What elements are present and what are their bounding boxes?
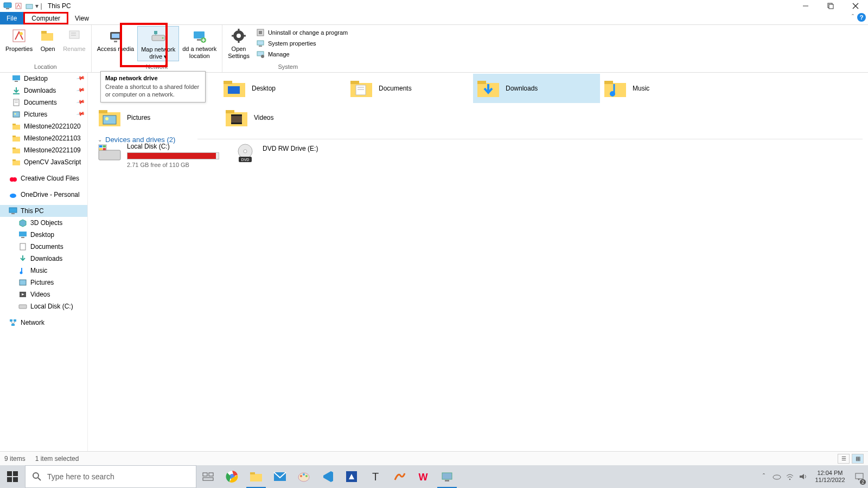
taskbar-app-blue-square[interactable] [340,465,363,488]
tray-overflow-icon[interactable]: ˆ [757,465,770,488]
folder-videos[interactable]: Videos [221,103,348,132]
taskbar-mail[interactable] [268,465,292,488]
sidebar-item-desktop[interactable]: Desktop📌 [0,73,87,85]
folder-pictures[interactable]: Pictures [94,103,221,132]
tray-clock[interactable]: 12:04 PM 11/12/2022 [809,470,851,483]
taskbar-app-selected[interactable] [435,465,459,488]
pictures-icon [12,110,21,119]
drive-dvd-rw[interactable]: DVD DVD RW Drive (E:) [233,143,358,168]
svg-rect-63 [21,237,24,238]
sidebar-item-opencv[interactable]: OpenCV JavaScript [0,156,87,168]
folder-documents[interactable]: Documents [346,74,473,103]
videos-icon [18,290,27,299]
nav-tree[interactable]: Desktop📌 Downloads📌 Documents📌 Pictures📌… [0,73,88,451]
sidebar-item-documents2[interactable]: Documents [0,241,87,253]
close-button[interactable] [843,0,868,12]
drive-local-disk-c[interactable]: Local Disk (C:) 2.71 GB free of 110 GB [98,143,222,168]
system-properties-button[interactable]: System properties [256,39,348,48]
music-icon [18,266,27,275]
manage-icon [256,50,265,59]
open-button[interactable]: Open [36,26,60,54]
tab-file[interactable]: File [0,12,23,24]
sidebar-item-milestone3[interactable]: Milestone20221109 [0,144,87,156]
sidebar-item-milestone2[interactable]: Milestone20221103 [0,132,87,144]
taskbar-matlab[interactable] [387,465,411,488]
sidebar-item-downloads[interactable]: Downloads📌 [0,85,87,97]
svg-rect-89 [99,110,107,113]
qat-dropdown-icon[interactable]: ▾ [35,2,39,10]
qat-new-folder-icon[interactable] [25,2,34,10]
svg-point-122 [300,475,302,477]
sidebar-item-desktop2[interactable]: Desktop [0,229,87,241]
access-media-button[interactable]: Access media [94,26,137,54]
view-details-button[interactable]: ☰ [838,454,850,464]
view-tiles-button[interactable]: ▦ [852,454,864,464]
content-pane[interactable]: Desktop Documents Downloads Music Pictur… [88,73,868,451]
taskbar-search[interactable]: Type here to search [25,465,196,488]
properties-button[interactable]: Properties [2,26,36,54]
help-icon[interactable]: ? [857,13,866,22]
taskbar-paint[interactable] [292,465,316,488]
svg-point-111 [33,473,39,478]
taskbar: Type here to search T W ˆ 12:04 PM 11/12… [0,465,868,488]
minimize-button[interactable] [793,0,818,12]
svg-rect-135 [856,473,863,479]
qat-properties-icon[interactable] [14,2,23,10]
add-network-location-button[interactable]: dd a network location [179,26,220,60]
svg-rect-12 [41,31,47,34]
start-button[interactable] [0,465,25,488]
sidebar-item-milestone1[interactable]: Milestone20221020 [0,120,87,132]
tab-computer[interactable]: Computer [23,12,68,24]
taskbar-file-explorer[interactable] [244,465,268,488]
maximize-button[interactable] [818,0,843,12]
drive-usage-bar [127,152,219,159]
videos-folder-icon [225,106,248,130]
folder-icon [12,122,21,131]
sidebar-item-videos[interactable]: Videos [0,288,87,300]
section-divider [197,139,863,139]
svg-rect-13 [69,31,79,38]
sidebar-item-pictures2[interactable]: Pictures [0,277,87,288]
open-settings-button[interactable]: Open Settings [225,26,253,60]
local-disk-icon [98,143,122,164]
manage-button[interactable]: Manage [256,50,348,59]
tray-onedrive-icon[interactable] [770,465,783,488]
tray-volume-icon[interactable] [796,465,809,488]
sidebar-item-onedrive[interactable]: OneDrive - Personal [0,189,87,201]
tray-notifications-icon[interactable]: 2 [851,465,868,488]
minimize-ribbon-icon[interactable]: ˆ [852,14,854,21]
folder-music[interactable]: Music [600,74,727,103]
taskbar-vscode[interactable] [316,465,340,488]
sidebar-item-music[interactable]: Music [0,265,87,277]
pin-icon: 📌 [76,98,85,106]
sidebar-item-creative-cloud[interactable]: Creative Cloud Files [0,172,87,184]
sidebar-item-downloads2[interactable]: Downloads [0,253,87,265]
taskbar-chrome[interactable] [220,465,244,488]
sidebar-item-local-disk[interactable]: Local Disk (C:) [0,300,87,312]
task-view-button[interactable] [196,465,220,488]
pictures-folder-icon [98,106,122,130]
status-selection: 1 item selected [35,455,79,463]
svg-rect-130 [442,473,452,479]
sidebar-item-this-pc[interactable]: This PC [0,205,87,217]
sidebar-item-pictures[interactable]: Pictures📌 [0,108,87,120]
map-network-drive-button[interactable]: Map network drive ▾ [137,26,179,61]
svg-point-133 [789,479,790,480]
sidebar-item-documents[interactable]: Documents📌 [0,97,87,108]
sidebar-item-network[interactable]: Network [0,317,87,329]
tray-wifi-icon[interactable] [783,465,796,488]
taskbar-text-app[interactable]: T [363,465,387,488]
downloads-icon [12,86,21,95]
uninstall-program-button[interactable]: Uninstall or change a program [256,28,348,37]
svg-line-73 [11,322,13,324]
system-tray: ˆ 12:04 PM 11/12/2022 2 [757,465,868,488]
tab-view[interactable]: View [68,12,95,24]
sidebar-item-3d-objects[interactable]: 3D Objects [0,217,87,229]
folder-desktop[interactable]: Desktop [219,74,346,103]
uninstall-icon [256,28,265,37]
taskbar-wps[interactable]: W [411,465,435,488]
folder-downloads[interactable]: Downloads [473,74,600,103]
svg-rect-95 [231,114,242,116]
svg-rect-11 [41,33,53,41]
svg-point-123 [303,473,305,476]
